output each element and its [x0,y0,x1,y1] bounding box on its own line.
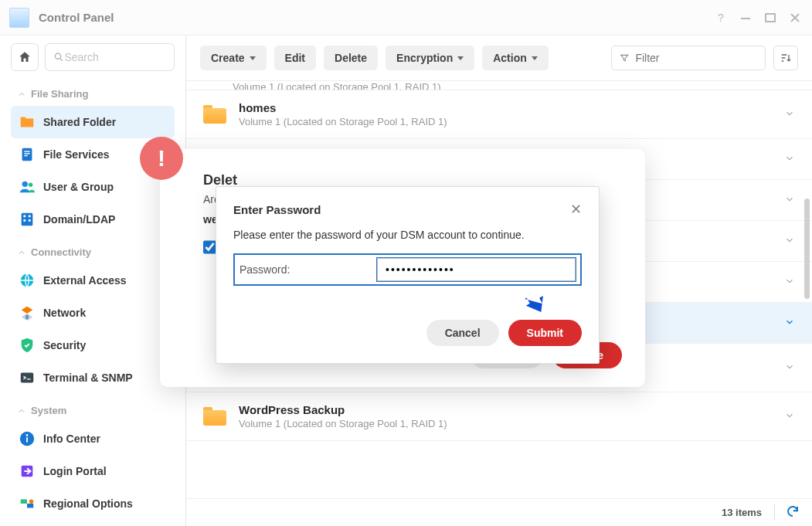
password-input[interactable] [377,258,576,281]
password-cancel-button[interactable]: Cancel [426,320,499,346]
password-dialog-title: Enter Password [233,203,321,216]
password-label: Password: [240,263,371,276]
password-dialog: Enter Password ✕ Please enter the passwo… [216,186,600,364]
arrow-annotation-icon [523,290,549,317]
dialog-overlay: ! Delet Are yo web2 I xxxxxxxxxxxxxxxxxx… [0,0,812,526]
password-submit-button[interactable]: Submit [508,320,582,346]
password-dialog-close[interactable]: ✕ [570,201,582,218]
warning-icon: ! [140,137,183,180]
password-dialog-message: Please enter the password of your DSM ac… [233,229,582,241]
delete-confirm-checkbox[interactable] [203,240,216,254]
